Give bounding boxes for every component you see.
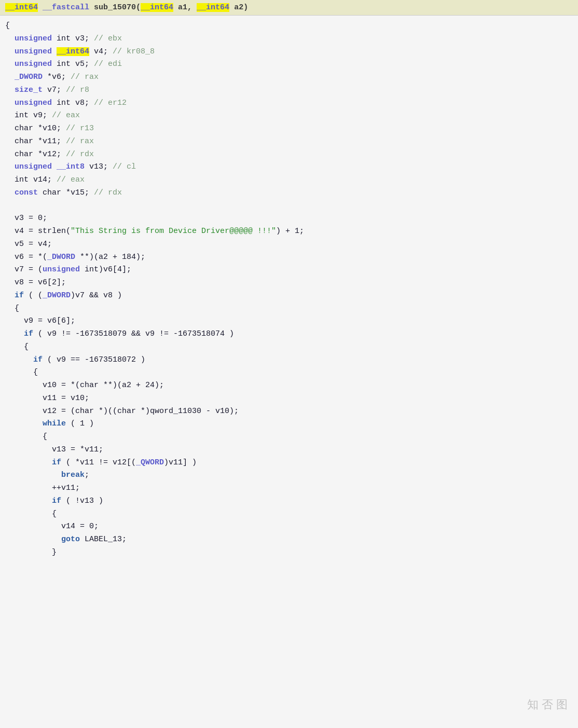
space1: [38, 3, 43, 12]
code-line: v10 = *(char **)(a2 + 24);: [5, 379, 578, 392]
function-signature: __int64 __fastcall sub_15070(__int64 a1,…: [0, 0, 578, 16]
code-body: { unsigned int v3; // ebx unsigned __int…: [0, 16, 578, 564]
code-line: unsigned __int8 v13; // cl: [5, 161, 578, 174]
code-line: v11 = v10;: [5, 392, 578, 405]
code-line: }: [5, 546, 578, 559]
code-line: v3 = 0;: [5, 212, 578, 225]
code-line: const char *v15; // rdx: [5, 187, 578, 200]
code-line: unsigned int v3; // ebx: [5, 33, 578, 46]
return-type-int64: __int64: [5, 3, 38, 12]
watermark: 知 否 图: [527, 697, 568, 712]
param2-name: a2): [229, 3, 248, 12]
code-line: v14 = 0;: [5, 520, 578, 533]
code-line: v9 = v6[6];: [5, 315, 578, 328]
code-line: v7 = (unsigned int)v6[4];: [5, 264, 578, 277]
code-line: v5 = v4;: [5, 238, 578, 251]
code-line: if ( *v11 != v12[(_QWORD)v11] ): [5, 457, 578, 470]
code-line: {: [5, 303, 578, 315]
code-line: unsigned __int64 v4; // kr08_8: [5, 46, 578, 59]
code-line: ++v11;: [5, 482, 578, 495]
param2-type: __int64: [197, 3, 229, 12]
code-line: if ( v9 == -1673518072 ): [5, 354, 578, 367]
fastcall-kw: __fastcall: [43, 3, 89, 12]
code-line: {: [5, 431, 578, 444]
code-line: v13 = *v11;: [5, 444, 578, 457]
code-line: if ( (_DWORD)v7 && v8 ): [5, 290, 578, 303]
code-line: goto LABEL_13;: [5, 533, 578, 546]
param1-name: a1,: [173, 3, 197, 12]
code-line: v12 = (char *)((char *)qword_11030 - v10…: [5, 405, 578, 418]
param1-type: __int64: [141, 3, 173, 12]
code-line: int v14; // eax: [5, 174, 578, 187]
code-line: v6 = *(_DWORD **)(a2 + 184);: [5, 251, 578, 264]
code-line: if ( !v13 ): [5, 495, 578, 508]
function-name: sub_15070(: [94, 3, 141, 12]
code-line: int v9; // eax: [5, 109, 578, 122]
code-line: {: [5, 341, 578, 354]
code-line: v8 = v6[2];: [5, 277, 578, 290]
code-line: size_t v7; // r8: [5, 84, 578, 97]
code-line: _DWORD *v6; // rax: [5, 71, 578, 84]
code-container: __int64 __fastcall sub_15070(__int64 a1,…: [0, 0, 578, 728]
space2: [89, 3, 94, 12]
code-line: {: [5, 20, 578, 33]
code-line: v4 = strlen("This String is from Device …: [5, 225, 578, 238]
code-line: char *v11; // rax: [5, 135, 578, 148]
code-line: {: [5, 366, 578, 379]
while-line: while ( 1 ): [5, 418, 578, 431]
code-line: char *v10; // r13: [5, 122, 578, 135]
code-line: unsigned int v5; // edi: [5, 58, 578, 71]
code-line: unsigned int v8; // er12: [5, 97, 578, 110]
code-line-blank: [5, 200, 578, 213]
code-line: {: [5, 508, 578, 521]
code-line: break;: [5, 469, 578, 482]
code-line: char *v12; // rdx: [5, 148, 578, 161]
code-line: if ( v9 != -1673518079 && v9 != -1673518…: [5, 328, 578, 341]
